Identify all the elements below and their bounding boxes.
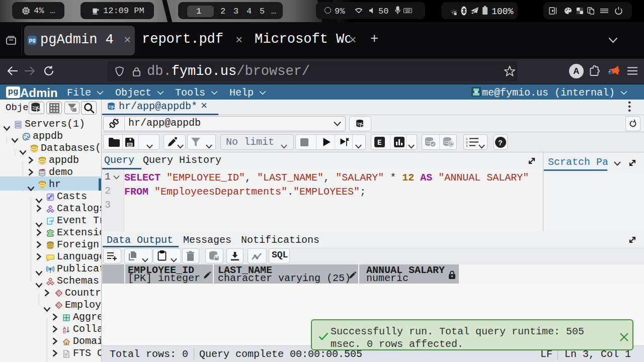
svg-text:2: 2 bbox=[466, 141, 468, 144]
svg-text:?: ? bbox=[498, 139, 502, 147]
svg-text:3: 3 bbox=[466, 144, 468, 147]
svg-text:B: B bbox=[63, 329, 66, 334]
svg-text:E: E bbox=[377, 139, 381, 147]
svg-text:1: 1 bbox=[466, 137, 468, 141]
